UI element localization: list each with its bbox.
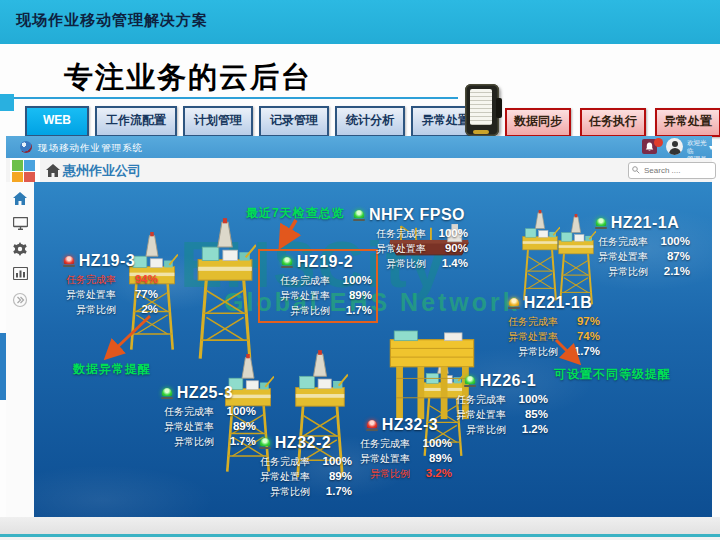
platform-name: HZ25-3	[177, 384, 233, 402]
platform-name: HZ32-2	[275, 434, 331, 452]
platform-name: NHFX FPSO	[369, 206, 465, 224]
platform-name: HZ19-3	[79, 252, 135, 270]
tab-workflow-config[interactable]: 工作流配置	[95, 106, 177, 137]
breadcrumb-company: 惠州作业公司	[63, 162, 141, 180]
platform-name: HZ26-1	[480, 372, 536, 390]
settings-gear-icon[interactable]	[6, 238, 34, 260]
alarm-beacon-icon	[353, 210, 365, 220]
device-clip	[496, 98, 502, 118]
bar-chart-icon[interactable]	[6, 263, 34, 285]
app-title: 现场移动作业管理系统	[38, 142, 143, 155]
alarm-beacon-icon	[281, 257, 293, 267]
section-title: 专注业务的云后台	[64, 58, 312, 98]
user-menu-caret-icon[interactable]: ▾	[709, 143, 713, 152]
annotation-recent-overview: 最近7天检查总览	[246, 205, 345, 222]
platform-card-hz21-1a[interactable]: HZ21-1A 任务完成率100% 异常处置率87% 异常比例2.1%	[584, 214, 690, 279]
tab-statistics[interactable]: 统计分析	[335, 106, 405, 137]
alarm-beacon-icon	[464, 376, 476, 386]
platform-card-hz19-3[interactable]: HZ19-3 任务完成率94% 异常处置率77% 异常比例2%	[40, 252, 158, 317]
handheld-device-image	[465, 84, 499, 136]
notification-badge	[654, 138, 663, 147]
alarm-beacon-icon	[63, 256, 75, 266]
data-sync-button[interactable]: 数据同步	[505, 108, 571, 137]
platform-card-hz32-2[interactable]: HZ32-2 任务完成率100% 异常处置率89% 异常比例1.7%	[238, 434, 352, 499]
user-avatar[interactable]	[666, 138, 683, 155]
collapse-chevron-icon[interactable]	[6, 288, 34, 310]
search-box[interactable]	[628, 162, 716, 179]
mobile-button-row: 数据同步 任务执行 异常处置	[505, 108, 720, 137]
breadcrumb-bar: 惠州作业公司	[6, 158, 712, 183]
slide: 现场作业移动管理解决方案 专注业务的云后台 WEB 工作流配置 计划管理 记录管…	[0, 0, 720, 540]
platform-name: HZ19-2	[297, 253, 353, 271]
monitor-icon[interactable]	[6, 213, 34, 235]
platform-name: HZ21-1B	[524, 294, 592, 312]
slide-left-accent	[0, 333, 6, 400]
platform-card-hz26-1[interactable]: HZ26-1 任务完成率100% 异常处置率85% 异常比例1.2%	[452, 372, 548, 437]
alarm-beacon-icon	[366, 420, 378, 430]
web-tab-row: WEB 工作流配置 计划管理 记录管理 统计分析 异常处置	[25, 106, 481, 137]
slide-footer-strip	[0, 517, 720, 534]
alarm-beacon-icon	[259, 438, 271, 448]
alarm-beacon-icon	[595, 218, 607, 228]
app-logo-icon	[20, 141, 32, 153]
app-titlebar: 现场移动作业管理系统 欢迎光临 管理员 ▾	[6, 136, 712, 158]
slide-header-bar: 现场作业移动管理解决方案	[0, 0, 720, 44]
title-underline	[14, 97, 458, 99]
exception-handle-button[interactable]: 异常处置	[655, 108, 720, 137]
task-execute-button[interactable]: 任务执行	[580, 108, 646, 137]
oil-rig-illustration	[194, 218, 256, 363]
alarm-beacon-icon	[508, 298, 520, 308]
platform-card-nhfx-fpso[interactable]: NHFX FPSO 任务完成率100% 异常处置率90% 异常比例1.4%	[350, 206, 468, 271]
platform-card-hz32-3[interactable]: HZ32-3 任务完成率100% 异常处置率89% 异常比例3.2%	[352, 416, 452, 481]
platform-card-hz21-1b[interactable]: HZ21-1B 任务完成率97% 异常处置率74% 异常比例1.7%	[500, 294, 600, 359]
device-button	[473, 130, 489, 134]
search-input[interactable]	[642, 164, 714, 177]
tab-record-management[interactable]: 记录管理	[259, 106, 329, 137]
tab-web[interactable]: WEB	[25, 106, 89, 137]
platform-name: HZ21-1A	[611, 214, 679, 232]
oil-rig-illustration	[520, 210, 560, 303]
alarm-beacon-icon	[161, 388, 173, 398]
app-sidebar	[6, 182, 35, 517]
home-icon[interactable]	[46, 163, 60, 181]
title-accent-block	[0, 94, 14, 111]
device-screen	[470, 89, 492, 125]
home-icon[interactable]	[6, 188, 34, 210]
annotation-data-alert: 数据异常提醒	[73, 361, 151, 378]
annotation-level-alert: 可设置不同等级提醒	[554, 366, 671, 383]
tab-plan-management[interactable]: 计划管理	[183, 106, 253, 137]
platform-name: HZ32-3	[382, 416, 438, 434]
slide-header-title: 现场作业移动管理解决方案	[16, 11, 208, 30]
